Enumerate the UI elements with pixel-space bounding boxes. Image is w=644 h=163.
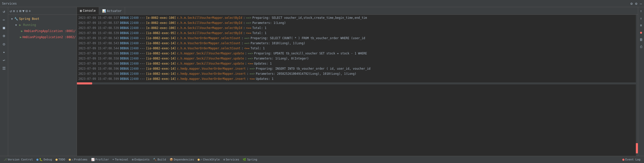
scroll-down-icon[interactable]: ↓ [638,15,644,21]
star-icon[interactable]: ✦ [1,49,8,55]
spring-icon: 🌿 [243,158,246,161]
endpoints-label: Endpoints [134,158,150,161]
refresh-icon[interactable]: ↺ [1,8,8,15]
settings-icon[interactable]: ⚙ [631,2,633,6]
right-icon-bar: ↑ ↓ ≡ ● 🗑 ⎙ [638,7,644,156]
debug-button[interactable]: 🐛 Debug [35,157,53,162]
log-line: 2023-07-09 15:47:08.539 DEBUG 22480 --- … [77,25,638,31]
vertical-scrollbar[interactable] [636,15,638,156]
top-bar: Services ⚙ ⚙ — [0,0,644,7]
services-icon: ⚙ [223,158,225,161]
expand-arrow: ▼ [14,24,18,26]
record-active-icon[interactable]: ● [638,29,644,35]
log-line: 2023-07-09 15:47:08.555 DEBUG 22480 --- … [77,51,638,56]
tab-console[interactable]: ▤ Console [77,7,99,14]
toolbar-group-icon[interactable]: ⊞ [19,9,21,13]
print-icon[interactable]: ⎙ [638,44,644,49]
sidebar-item-spring-boot[interactable]: ▼ 🔧 Spring Boot [8,16,77,22]
menu-icon[interactable]: ☰ [1,65,8,72]
debug-dot [36,159,38,161]
spring-label: Spring [247,158,257,161]
app1-run-icon: ▶ [21,29,23,33]
log-line: 2023-07-09 15:47:08.558 DEBUG 22480 --- … [77,56,638,61]
options-icon[interactable]: ⚙ [635,2,637,6]
sidebar-item-app2[interactable]: ▶ HmDianPingApplication2 :8082/ [8,34,77,40]
sidebar-item-app1[interactable]: ▶ HmDianPingApplication :8081/ [8,28,77,34]
terminal-button[interactable]: ⌨ Terminal [111,157,130,162]
log-line: 2023-07-09 15:47:08.598 DEBUG 22480 --- … [77,71,638,76]
checkstyle-icon: ✓ [200,158,202,161]
console-panel: ▤ Console 📊 Actuator 2023-07-09 15:47:08… [77,7,638,156]
minimize-icon[interactable]: — [640,2,642,6]
sidebar-tree: ▼ 🔧 Spring Boot ▼ ▶ Running ▶ HmDianPing… [8,15,77,156]
version-control-label: Version Control [8,158,33,161]
sidebar-item-running[interactable]: ▼ ▶ Running [8,22,77,28]
actuator-icon: 📊 [102,9,106,13]
stop-icon[interactable]: ■ [1,24,8,31]
toolbar-collapse-icon[interactable]: ⊡ [25,9,28,13]
log-line: 2023-07-09 15:47:08.543 DEBUG 22480 --- … [77,41,638,46]
event-log-button[interactable]: Event Log [621,157,642,162]
checkstyle-label: CheckStyle [203,158,220,161]
panel-title: Services [2,2,17,5]
console-icon: ▤ [80,9,82,12]
wrap-icon[interactable]: ≡ [638,22,644,28]
todo-label: TODO [58,158,65,161]
running-label: Running [23,23,36,27]
toolbar-refresh-icon[interactable]: ↺ [10,9,12,13]
app1-label: HmDianPingApplication :8081/ [24,29,76,33]
log-line: 2023-07-09 15:47:08.543 DEBUG 22480 --- … [77,36,638,41]
problems-icon: ⚠ [72,158,73,161]
record-icon[interactable]: ◎ [1,41,8,47]
actuator-tab-label: Actuator [107,9,122,13]
main-area: ↺ ✏ ■ ⚙ ◎ ✦ ↩ ☰ ↺ ≡ ↕ ⊞ ▼ ⊡ + ▼ 🔧 Spring… [0,7,644,156]
console-content[interactable]: 2023-07-09 15:47:08.537 DEBUG 22480 --- … [77,15,638,156]
scroll-up-icon[interactable]: ↑ [638,8,644,14]
running-icon: ▶ [18,23,22,27]
horizontal-scrollbar[interactable] [77,82,638,84]
checkstyle-button[interactable]: ✓ CheckStyle [196,157,221,162]
todo-dot [56,159,58,161]
build-button[interactable]: 🔨 Build [152,157,167,162]
log-line: 2023-07-09 15:47:08.596 DEBUG 22480 --- … [77,66,638,71]
services-button[interactable]: ⚙ Services [222,157,241,162]
debug-label: Debug [44,158,52,161]
vcs-icon: ⎇ [4,158,7,161]
app2-label: HmDianPingApplication2 :8082/ [22,35,76,39]
problems-dot [69,159,71,161]
version-control-button[interactable]: ⎇ Version Control [2,157,34,162]
back-icon[interactable]: ↩ [1,57,8,64]
tab-actuator[interactable]: 📊 Actuator [99,7,125,14]
log-line: 2023-07-09 15:47:08.537 DEBUG 22480 --- … [77,15,638,20]
log-line: 2023-07-09 15:47:08.539 DEBUG 22480 --- … [77,31,638,36]
deps-icon: 📦 [170,158,173,161]
profiler-label: Profiler [95,158,109,161]
toolbar-add-icon[interactable]: + [29,9,31,13]
spring-button[interactable]: 🌿 Spring [241,157,259,162]
profiler-button[interactable]: 📈 Profiler [90,157,111,162]
clear-icon[interactable]: 🗑 [638,37,644,42]
settings-icon[interactable]: ⚙ [1,33,8,39]
spring-boot-label: Spring Boot [19,17,39,21]
toolbar-list-icon[interactable]: ≡ [13,9,15,13]
log-line: 2023-07-09 15:47:08.599 DEBUG 22480 --- … [77,76,638,81]
app2-run-icon: ▶ [20,35,22,39]
debug-icon: 🐛 [39,158,43,161]
build-label: Build [157,158,166,161]
event-log-dot [622,159,624,161]
todo-button[interactable]: TODO [54,157,67,162]
endpoints-button[interactable]: ⊞ Endpoints [130,157,151,162]
dependencies-button[interactable]: 📦 Dependencies [168,157,196,162]
problems-label: Problems [74,158,88,161]
log-line: 2023-07-09 15:47:08.544 DEBUG 22480 --- … [77,46,638,51]
problems-button[interactable]: ⚠ Problems [67,157,89,162]
left-icon-bar: ↺ ✏ ■ ⚙ ◎ ✦ ↩ ☰ [0,7,8,156]
endpoints-icon: ⊞ [132,158,134,161]
console-tabs: ▤ Console 📊 Actuator [77,7,638,15]
toolbar-sort-icon[interactable]: ↕ [16,9,18,13]
bottom-toolbar: ⎇ Version Control 🐛 Debug TODO ⚠ Problem… [0,156,644,163]
toolbar-filter-icon[interactable]: ▼ [22,9,24,13]
checkstyle-dot [198,159,200,161]
edit-icon[interactable]: ✏ [1,16,8,23]
profiler-icon: 📈 [91,158,95,161]
